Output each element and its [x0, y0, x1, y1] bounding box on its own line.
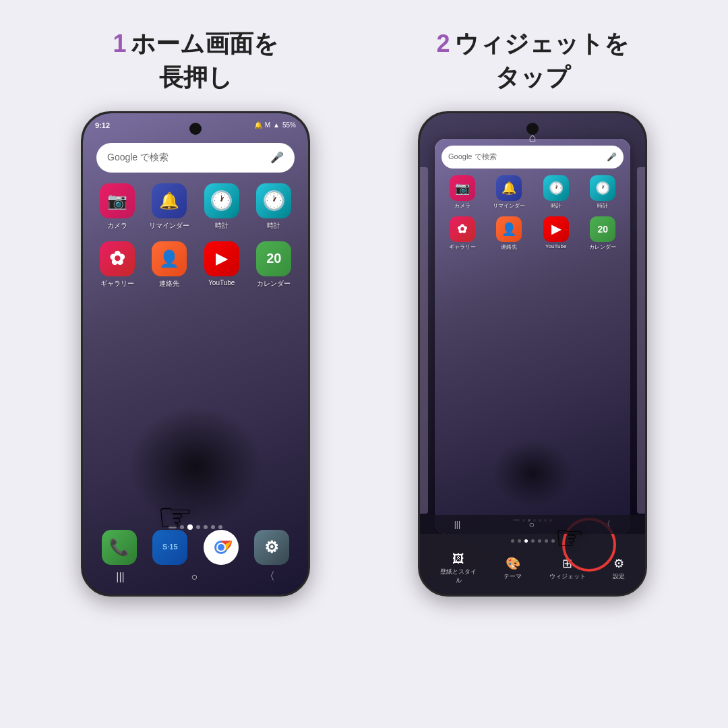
panel-2: 2ウィジェットをタップ ⌂ 🗑	[371, 27, 694, 597]
wallpaper-icon: 🖼	[452, 552, 464, 566]
app-clock-2[interactable]: 🕐 時計	[251, 183, 298, 231]
theme-label: テーマ	[504, 572, 522, 581]
inner-app-clock2[interactable]: 🕐 時計	[581, 175, 626, 210]
step-number-1: 1	[113, 30, 126, 57]
dock-chrome[interactable]	[204, 530, 239, 565]
settings-action-icon: ⚙	[613, 556, 624, 571]
app-reminder[interactable]: 🔔 リマインダー	[146, 183, 193, 231]
panel-1-title: 1ホーム画面を長押し	[113, 27, 278, 95]
reminder-label: リマインダー	[149, 221, 189, 231]
theme-action[interactable]: 🎨 テーマ	[504, 556, 522, 581]
svg-point-3	[218, 544, 224, 551]
dot-7	[218, 525, 222, 529]
inner-clock-icon-2: 🕐	[590, 175, 615, 201]
inner-app-camera[interactable]: 📷 カメラ	[440, 175, 485, 210]
clock-icon-1: 🕐	[204, 183, 239, 218]
contacts-icon: 👤	[152, 241, 187, 276]
settings-action[interactable]: ⚙ 設定	[613, 556, 625, 581]
wallpaper-label: 壁紙とスタイル	[440, 568, 477, 585]
dock-phone[interactable]: 📞	[102, 530, 137, 565]
gallery-label: ギャラリー	[100, 279, 134, 289]
inner-youtube-icon: ▶	[543, 216, 569, 242]
inner-clock-label-2: 時計	[597, 202, 608, 210]
app-camera[interactable]: 📷 カメラ	[94, 183, 141, 231]
inner-heart	[492, 439, 573, 507]
inner-phone-screen: Google で検索 🎤 📷 カメラ 🔔 リマインダー	[435, 139, 630, 534]
dock-settings[interactable]: ⚙	[254, 530, 289, 565]
hand-cursor-2: ☞	[555, 518, 585, 557]
widget-label: ウィジェット	[549, 572, 586, 581]
inner-app-clock1[interactable]: 🕐 時計	[534, 175, 578, 210]
phone-2-screen: ⌂ 🗑 Google で検索 🎤 📷	[420, 113, 645, 595]
google-search-bar[interactable]: Google で検索 🎤	[96, 143, 295, 173]
inner-clock-label-1: 時計	[551, 202, 562, 210]
camera-label: カメラ	[107, 221, 127, 231]
step-number-2: 2	[436, 30, 450, 57]
nav-bar-2: ||| ○ 〈	[420, 515, 645, 534]
trash-icon[interactable]: 🗑	[526, 152, 539, 166]
recent-apps-btn[interactable]: |||	[116, 571, 124, 583]
phone-1: 9:12 🔔 M ▲ 55% Google で検索 🎤 �	[81, 111, 310, 597]
phone-app-icon: 📞	[102, 530, 137, 565]
app-clock-1[interactable]: 🕐 時計	[198, 183, 245, 231]
app-gallery[interactable]: ✿ ギャラリー	[94, 241, 141, 289]
signal-icon: M	[265, 121, 270, 129]
home-btn[interactable]: ○	[191, 571, 198, 583]
contacts-label: 連絡先	[159, 279, 179, 289]
app-calendar[interactable]: 20 カレンダー	[251, 241, 298, 289]
inner-app-contacts[interactable]: 👤 連絡先	[487, 216, 532, 251]
widget-bar: 🖼 壁紙とスタイル 🎨 テーマ ⊞ ウィジェット	[420, 534, 645, 595]
calendar-label: カレンダー	[257, 279, 291, 289]
calendar-icon: 20	[256, 241, 291, 276]
settings-icon: ⚙	[254, 530, 289, 565]
inner-app-reminder[interactable]: 🔔 リマインダー	[487, 175, 532, 210]
app-youtube[interactable]: ▶ YouTube	[198, 241, 245, 289]
inner-contacts-icon: 👤	[496, 216, 522, 242]
widget-actions: 🖼 壁紙とスタイル 🎨 テーマ ⊞ ウィジェット	[420, 543, 645, 595]
dock: 📞 S·15	[94, 530, 297, 565]
inner-camera-label: カメラ	[454, 202, 471, 210]
mic-icon[interactable]: 🎤	[270, 151, 284, 164]
dot-5	[204, 525, 208, 529]
inner-gallery-icon: ✿	[450, 216, 475, 242]
back-btn-2[interactable]: 〈	[603, 518, 611, 530]
chrome-icon	[204, 530, 239, 565]
inner-app-calendar[interactable]: 20 カレンダー	[581, 216, 626, 251]
inner-app-gallery[interactable]: ✿ ギャラリー	[440, 216, 485, 251]
inner-reminder-icon: 🔔	[496, 175, 522, 201]
panel-2-title: 2ウィジェットをタップ	[436, 27, 628, 95]
widget-action[interactable]: ⊞ ウィジェット	[549, 556, 586, 581]
app-contacts[interactable]: 👤 連絡先	[146, 241, 193, 289]
search-placeholder: Google で検索	[107, 152, 169, 164]
dot-4	[196, 525, 200, 529]
wallpaper-action[interactable]: 🖼 壁紙とスタイル	[440, 552, 477, 585]
youtube-label: YouTube	[208, 279, 235, 286]
youtube-icon: ▶	[204, 241, 239, 276]
battery-icon: 55%	[282, 121, 296, 129]
main-container: 1ホーム画面を長押し 9:12 🔔 M ▲ 55%	[0, 0, 728, 728]
home-btn-2[interactable]: ○	[528, 519, 534, 530]
recent-apps-btn-2[interactable]: |||	[454, 520, 460, 529]
inner-app-grid: 📷 カメラ 🔔 リマインダー 🕐 時計 🕐	[440, 175, 625, 251]
inner-clock-icon-1: 🕐	[543, 175, 569, 201]
inner-contacts-label: 連絡先	[501, 243, 517, 251]
status-icons: 🔔 M ▲ 55%	[254, 121, 296, 129]
phone-1-screen: 9:12 🔔 M ▲ 55% Google で検索 🎤 �	[83, 113, 308, 595]
settings-action-label: 設定	[613, 572, 625, 581]
clock-label-1: 時計	[215, 221, 229, 231]
dot-6	[211, 525, 215, 529]
app-grid: 📷 カメラ 🔔 リマインダー 🕐 時計 🕐 時計	[94, 183, 297, 289]
reminder-icon: 🔔	[152, 183, 187, 218]
sidebar-hint-left	[420, 167, 428, 514]
camera-icon: 📷	[100, 183, 135, 218]
front-camera-2	[526, 123, 539, 135]
nav-bar-1: ||| ○ 〈	[83, 565, 308, 589]
clock-icon-2: 🕐	[256, 183, 291, 218]
status-time: 9:12	[95, 121, 110, 129]
clock-label-2: 時計	[267, 221, 280, 231]
gallery-icon: ✿	[100, 241, 135, 276]
inner-app-youtube[interactable]: ▶ YouTube	[534, 216, 578, 251]
inner-reminder-label: リマインダー	[493, 202, 525, 210]
inner-camera-icon: 📷	[450, 175, 475, 201]
back-btn[interactable]: 〈	[264, 570, 275, 584]
